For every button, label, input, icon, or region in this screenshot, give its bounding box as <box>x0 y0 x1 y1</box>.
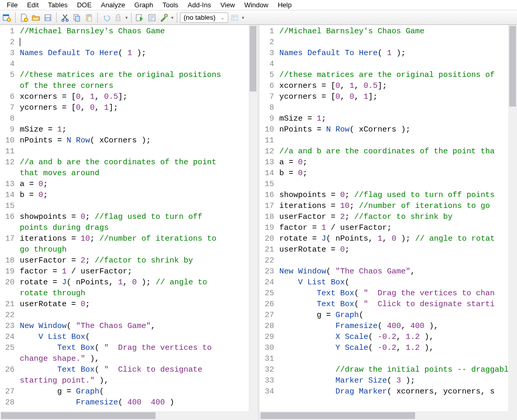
code-line[interactable]: //these matrices are the original positi… <box>20 70 248 81</box>
code-line[interactable]: a = 0; <box>279 157 507 168</box>
table-selector[interactable]: (no tables) ⌄ <box>180 12 228 23</box>
code-line[interactable]: rotate through <box>20 288 248 299</box>
code-line[interactable]: X Scale( -0.2, 1.2 ), <box>279 332 507 343</box>
toolbar-overflow-icon[interactable]: ▾ <box>124 15 128 20</box>
left-vertical-scrollbar[interactable] <box>249 25 257 411</box>
code-line[interactable]: Names Default To Here( 1 ); <box>20 48 248 59</box>
code-line[interactable]: //draw the initial points -- draggable <box>279 364 507 375</box>
toolbar-table-action-icon[interactable] <box>229 12 240 23</box>
code-line[interactable] <box>20 201 248 212</box>
scrollbar-thumb[interactable] <box>261 412 415 419</box>
code-line[interactable] <box>279 135 507 146</box>
toolbar-script-icon[interactable] <box>146 12 158 23</box>
toolbar-undo-icon[interactable] <box>100 12 112 23</box>
code-line[interactable] <box>20 310 248 321</box>
menu-file[interactable]: File <box>2 1 22 9</box>
code-line[interactable]: //a and b are the coordinates of the poi… <box>20 157 248 168</box>
code-line[interactable]: New Window( "The Chaos Game", <box>279 266 507 277</box>
code-line[interactable]: mSize = 1; <box>20 124 248 135</box>
menu-edit[interactable]: Edit <box>22 1 43 9</box>
code-line[interactable]: nPoints = N Row( xCorners ); <box>279 124 507 135</box>
code-line[interactable]: points during drags <box>20 222 248 233</box>
code-line[interactable] <box>279 179 507 190</box>
menu-view[interactable]: View <box>216 1 240 9</box>
code-line[interactable]: //a and b are the coordinates of the poi… <box>279 146 507 157</box>
code-line[interactable] <box>20 113 248 124</box>
menu-tables[interactable]: Tables <box>43 1 72 9</box>
code-line[interactable]: factor = 1 / userFactor; <box>279 222 507 233</box>
code-line[interactable]: Text Box( " Drag the vertices to chan <box>279 288 507 299</box>
code-line[interactable]: g = Graph( <box>279 310 507 321</box>
code-line[interactable]: ycorners = [0, 0, 1]; <box>279 91 507 102</box>
menu-help[interactable]: Help <box>273 1 296 9</box>
code-line[interactable]: b = 0; <box>279 168 507 179</box>
code-line[interactable]: //these matrices are the original positi… <box>279 70 507 81</box>
menu-doe[interactable]: DOE <box>72 1 96 9</box>
code-line[interactable]: Text Box( " Click to designate <box>20 364 248 375</box>
code-line[interactable]: starting point." ), <box>20 375 248 386</box>
code-line[interactable]: that moves around <box>20 168 248 179</box>
code-line[interactable] <box>20 59 248 70</box>
code-line[interactable] <box>279 397 507 408</box>
code-line[interactable]: mSize = 1; <box>279 113 507 124</box>
code-line[interactable]: userFactor = 2; //factor to shrink by <box>279 212 507 222</box>
code-line[interactable]: g = Graph( <box>20 386 248 397</box>
code-line[interactable] <box>20 37 248 48</box>
code-line[interactable]: Text Box( " Drag the vertices to <box>20 343 248 353</box>
toolbar-overflow-icon[interactable]: ▾ <box>170 15 174 20</box>
code-line[interactable]: ycorners = [0, 0, 1]; <box>20 102 248 113</box>
scrollbar-thumb[interactable] <box>509 26 516 107</box>
code-line[interactable]: b = 0; <box>20 190 248 201</box>
code-line[interactable]: change shape." ), <box>20 353 248 364</box>
toolbar-paste-icon[interactable] <box>83 12 95 23</box>
code-line[interactable]: Drag Marker( xcorners, ycorners, s <box>279 386 507 397</box>
left-horizontal-scrollbar[interactable] <box>0 411 257 420</box>
toolbar-cut-icon[interactable] <box>59 12 71 23</box>
code-line[interactable]: showpoints = 0; //flag used to turn off … <box>279 190 507 201</box>
left-code-editor[interactable]: //Michael Barnsley's Chaos GameNames Def… <box>18 25 249 411</box>
code-line[interactable]: Y Scale( -0.2, 1.2 ), <box>279 343 507 353</box>
code-line[interactable]: Marker Size( 3 ); <box>279 375 507 386</box>
code-line[interactable]: go through <box>20 244 248 255</box>
code-line[interactable]: xcorners = [0, 1, 0.5]; <box>279 81 507 91</box>
code-line[interactable]: showpoints = 0; //flag used to turn off <box>20 212 248 222</box>
menu-analyze[interactable]: Analyze <box>96 1 130 9</box>
code-line[interactable] <box>279 59 507 70</box>
code-line[interactable]: xcorners = [0, 1, 0.5]; <box>20 91 248 102</box>
right-vertical-scrollbar[interactable] <box>508 25 517 411</box>
toolbar-copy-icon[interactable] <box>71 12 83 23</box>
toolbar-open-icon[interactable] <box>30 12 42 23</box>
scrollbar-thumb[interactable] <box>1 412 156 419</box>
menu-window[interactable]: Window <box>240 1 273 9</box>
code-line[interactable]: Text Box( " Click to designate starti <box>279 299 507 310</box>
code-line[interactable] <box>279 37 507 48</box>
code-line[interactable]: nPoints = N Row( xCorners ); <box>20 135 248 146</box>
code-line[interactable]: New Window( "The Chaos Game", <box>20 321 248 332</box>
menu-add-ins[interactable]: Add-Ins <box>183 1 216 9</box>
code-line[interactable]: V List Box( <box>279 277 507 288</box>
toolbar-tool-icon[interactable] <box>158 12 170 23</box>
toolbar-new-datatable-icon[interactable] <box>1 12 12 23</box>
menu-graph[interactable]: Graph <box>130 1 158 9</box>
right-code-editor[interactable]: //Michael Barnsley's Chaos GameNames Def… <box>277 25 508 411</box>
code-line[interactable]: iterations = 10; //number of iterations … <box>20 233 248 244</box>
code-line[interactable]: //Michael Barnsley's Chaos Game <box>279 26 507 37</box>
code-line[interactable]: userFactor = 2; //factor to shrink by <box>20 255 248 266</box>
code-line[interactable]: Framesize( 400, 400 ), <box>279 321 507 332</box>
menu-tools[interactable]: Tools <box>158 1 183 9</box>
code-line[interactable]: Framesize( 400 400 ) <box>20 397 248 408</box>
code-line[interactable]: V List Box( <box>20 332 248 343</box>
code-line[interactable]: a = 0; <box>20 179 248 190</box>
code-line[interactable]: rotate = J( nPoints, 1, 0 ); // angle to… <box>279 233 507 244</box>
toolbar-overflow-icon[interactable]: ▾ <box>241 15 245 20</box>
toolbar-new-icon[interactable] <box>18 12 30 23</box>
right-horizontal-scrollbar[interactable] <box>260 411 517 420</box>
scrollbar-thumb[interactable] <box>250 26 256 91</box>
code-line[interactable]: //Michael Barnsley's Chaos Game <box>20 26 248 37</box>
code-line[interactable] <box>279 353 507 364</box>
toolbar-run-icon[interactable] <box>134 12 146 23</box>
code-line[interactable]: factor = 1 / userFactor; <box>20 266 248 277</box>
code-line[interactable]: userRotate = 0; <box>279 244 507 255</box>
code-line[interactable]: of the three corners <box>20 81 248 91</box>
code-line[interactable]: userRotate = 0; <box>20 299 248 310</box>
